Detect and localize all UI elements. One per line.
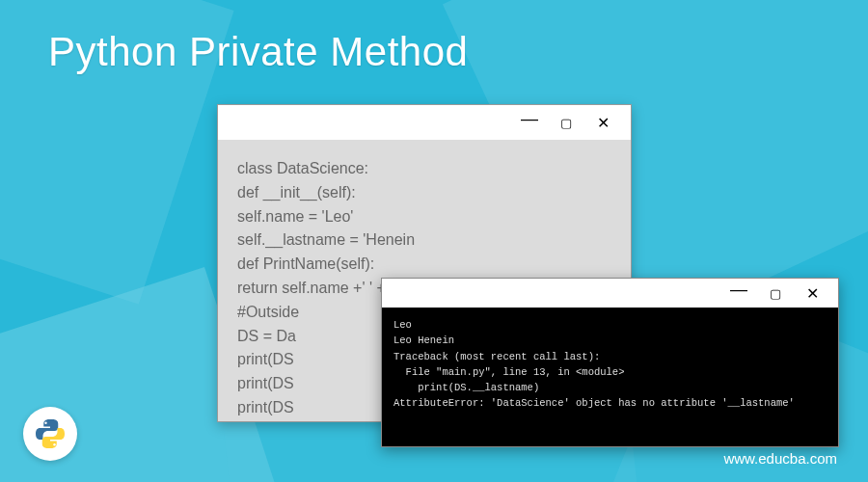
console-line: Leo Henein	[393, 333, 827, 348]
maximize-icon: ▢	[560, 116, 572, 130]
page-title: Python Private Method	[48, 29, 468, 75]
maximize-button[interactable]: ▢	[548, 109, 584, 136]
console-line: print(DS.__lastname)	[393, 380, 827, 395]
code-line: def PrintName(self):	[237, 253, 611, 277]
close-icon: ✕	[597, 114, 610, 132]
maximize-button[interactable]: ▢	[757, 280, 794, 307]
code-line: self.__lastname = 'Henein	[237, 228, 611, 253]
svg-point-1	[53, 443, 55, 445]
code-line: self.name = 'Leo'	[237, 205, 611, 229]
console-titlebar: — ▢ ✕	[382, 279, 838, 308]
close-icon: ✕	[806, 284, 819, 303]
console-line: File "main.py", line 13, in <module>	[393, 364, 827, 380]
minimize-icon: —	[730, 280, 747, 300]
close-button[interactable]: ✕	[794, 280, 830, 307]
editor-titlebar: — ▢ ✕	[218, 105, 631, 140]
console-line: Leo	[393, 317, 827, 333]
console-line: Traceback (most recent call last):	[393, 349, 827, 364]
minimize-button[interactable]: —	[511, 109, 548, 136]
site-url: www.educba.com	[723, 450, 837, 467]
close-button[interactable]: ✕	[584, 109, 621, 136]
maximize-icon: ▢	[770, 286, 781, 301]
minimize-icon: —	[521, 109, 538, 129]
console-window: — ▢ ✕ Leo Leo Henein Traceback (most rec…	[381, 278, 839, 447]
svg-point-0	[44, 422, 46, 424]
console-line: AttributeError: 'DataScience' object has…	[393, 395, 827, 411]
python-logo-icon	[23, 407, 77, 461]
console-output: Leo Leo Henein Traceback (most recent ca…	[382, 308, 838, 446]
code-line: class DataScience:	[237, 157, 611, 181]
minimize-button[interactable]: —	[720, 280, 757, 307]
code-line: def __init__(self):	[237, 181, 611, 205]
